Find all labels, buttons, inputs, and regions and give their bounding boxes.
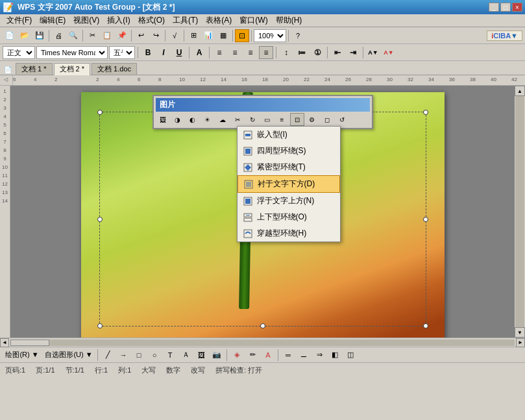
pt-format-btn[interactable]: ⚙	[305, 113, 319, 126]
bar-chart-button[interactable]: ▦	[216, 29, 230, 42]
open-button[interactable]: 📂	[18, 29, 32, 42]
wrap-button[interactable]: ⊡	[235, 29, 249, 42]
rect-tool[interactable]: □	[132, 349, 146, 362]
new-button[interactable]: 📄	[3, 29, 17, 42]
print-button[interactable]: 🖨	[51, 29, 66, 42]
align-left-button[interactable]: ≡	[212, 46, 226, 59]
pt-bright-less-btn[interactable]: ☁	[215, 113, 230, 126]
h-scroll-track[interactable]	[10, 340, 515, 346]
handle-bot-right[interactable]	[423, 323, 428, 328]
draw-menu-button[interactable]: 绘图(R) ▼	[3, 349, 42, 362]
handle-mid-left[interactable]	[97, 217, 103, 222]
handle-mid-right[interactable]	[423, 217, 428, 222]
pt-rotate-btn[interactable]: ↻	[245, 113, 260, 126]
tab-doc2[interactable]: 文档 2 *	[54, 63, 91, 75]
arrow-style-btn[interactable]: ⇒	[312, 349, 326, 362]
chart-button[interactable]: 📊	[201, 29, 215, 42]
pt-contrast-less-btn[interactable]: ◐	[186, 113, 200, 126]
copy-button[interactable]: 📋	[100, 29, 114, 42]
auto-shape-button[interactable]: 自选图形(U) ▼	[43, 349, 95, 362]
justify-button[interactable]: ≡	[259, 46, 273, 59]
bullets-button[interactable]: ≔	[295, 46, 309, 59]
italic-button[interactable]: I	[156, 46, 171, 59]
pt-transparent-btn[interactable]: ◻	[320, 113, 334, 126]
print-preview-button[interactable]: 🔍	[66, 29, 80, 42]
align-center-button[interactable]: ≡	[228, 46, 242, 59]
pt-wrap-btn[interactable]: ⊡	[290, 113, 304, 126]
menu-view[interactable]: 视图(V)	[69, 14, 103, 27]
handle-bot-center[interactable]	[260, 323, 265, 328]
handle-bot-left[interactable]	[97, 323, 103, 328]
line-spacing-button[interactable]: ↕	[279, 46, 293, 59]
pt-crop-btn[interactable]: ✂	[230, 113, 245, 126]
insert-clipart-btn[interactable]: 🖼	[194, 349, 208, 362]
font-color-draw-btn[interactable]: A	[261, 349, 275, 362]
ctx-infront[interactable]: 浮于文字上方(N)	[238, 193, 340, 209]
pt-contrast-more-btn[interactable]: ◑	[171, 113, 185, 126]
insert-wordart-btn[interactable]: Ａ	[178, 349, 193, 362]
paste-button[interactable]: 📌	[115, 29, 129, 42]
close-button[interactable]: ×	[512, 3, 522, 12]
tab-doc3[interactable]: 文档 1.doc	[92, 63, 137, 75]
pt-line-btn[interactable]: ▭	[260, 113, 275, 126]
numbering-button[interactable]: ①	[310, 46, 324, 59]
zoom-select[interactable]: 100%	[254, 29, 286, 42]
ctx-square[interactable]: 四周型环绕(S)	[238, 143, 340, 159]
undo-button[interactable]: ↩	[134, 29, 148, 42]
highlight-button[interactable]: A▼	[366, 46, 380, 59]
font-select[interactable]: Times New Roman	[36, 46, 108, 59]
help-button[interactable]: ?	[291, 29, 305, 42]
scroll-left-button[interactable]: ◄	[0, 338, 9, 347]
text-box-tool[interactable]: T	[163, 349, 177, 362]
tab-doc1[interactable]: 文档 1 *	[16, 63, 53, 75]
menu-table[interactable]: 表格(A)	[202, 14, 236, 27]
scroll-up-button[interactable]: ▲	[515, 86, 525, 96]
menu-help[interactable]: 帮助(H)	[272, 14, 306, 27]
minimize-button[interactable]: _	[489, 3, 499, 12]
save-button[interactable]: 💾	[32, 29, 47, 42]
menu-insert[interactable]: 插入(I)	[103, 14, 134, 27]
indent-decrease-button[interactable]: ⇤	[330, 46, 345, 59]
bold-button[interactable]: B	[141, 46, 155, 59]
pt-align-btn[interactable]: ≡	[275, 113, 289, 126]
style-select[interactable]: 正文	[3, 46, 35, 59]
menu-edit[interactable]: 编辑(E)	[36, 14, 69, 27]
table-button[interactable]: ⊞	[186, 29, 201, 42]
handle-top-right[interactable]	[423, 110, 428, 115]
insert-image-btn[interactable]: 📷	[210, 349, 224, 362]
handle-top-left[interactable]	[97, 110, 103, 115]
dash-style-btn[interactable]: ⚊	[297, 349, 311, 362]
cut-button[interactable]: ✂	[85, 29, 99, 42]
scroll-track[interactable]	[515, 96, 524, 327]
3d-btn[interactable]: ◫	[343, 349, 358, 362]
scroll-right-button[interactable]: ►	[516, 338, 525, 347]
ctx-through[interactable]: 穿越型环绕(H)	[238, 225, 340, 241]
menu-file[interactable]: 文件(F)	[3, 14, 36, 27]
pt-color-btn[interactable]: 🖼	[156, 113, 170, 126]
menu-tools[interactable]: 工具(T)	[169, 14, 202, 27]
size-select[interactable]: 五号	[109, 46, 135, 59]
pt-bright-more-btn[interactable]: ☀	[201, 113, 215, 126]
formula-button[interactable]: √	[167, 29, 182, 42]
doc-area[interactable]: 图片 🖼 ◑ ◐ ☀ ☁ ✂ ↻ ▭ ≡ ⊡ ⚙ ◻ ↺	[10, 86, 515, 338]
iciba-area[interactable]: iCIBA▼	[487, 31, 522, 41]
ctx-topbottom[interactable]: 上下型环绕(O)	[238, 209, 340, 225]
menu-window[interactable]: 窗口(W)	[236, 14, 271, 27]
indent-increase-button[interactable]: ⇥	[346, 46, 360, 59]
menu-format[interactable]: 格式(O)	[134, 14, 169, 27]
iciba-logo[interactable]: iCIBA▼	[487, 31, 522, 41]
fill-color-btn[interactable]: ◈	[230, 349, 244, 362]
ctx-tight[interactable]: 紧密型环绕(T)	[238, 159, 340, 175]
align-right-button[interactable]: ≡	[243, 46, 258, 59]
scroll-down-button[interactable]: ▼	[515, 327, 525, 338]
font-color-button[interactable]: A	[192, 46, 206, 59]
restore-button[interactable]: □	[500, 3, 511, 12]
picture-toolbar-title[interactable]: 图片	[156, 98, 370, 112]
h-scroll-thumb[interactable]	[10, 340, 49, 346]
arrow-tool[interactable]: →	[116, 349, 130, 362]
shadow-btn[interactable]: ◧	[328, 349, 342, 362]
oval-tool[interactable]: ○	[147, 349, 162, 362]
ctx-inline[interactable]: 嵌入型(I)	[238, 127, 340, 143]
line-tool[interactable]: ╱	[101, 349, 115, 362]
line-color-btn[interactable]: ✏	[245, 349, 260, 362]
